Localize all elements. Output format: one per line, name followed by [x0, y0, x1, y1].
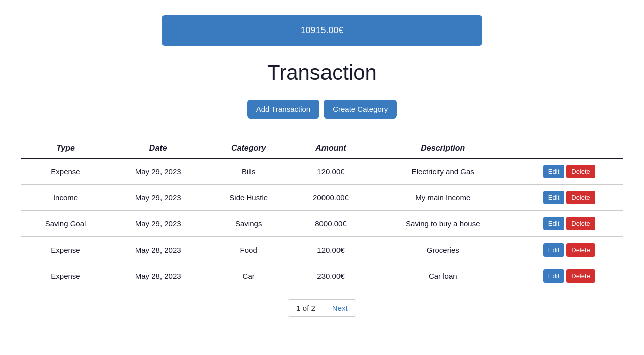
edit-button-0[interactable]: Edit	[543, 165, 564, 178]
cell-type: Income	[21, 185, 110, 211]
edit-button-1[interactable]: Edit	[543, 191, 564, 204]
create-category-button[interactable]: Create Category	[324, 100, 397, 119]
delete-button-2[interactable]: Delete	[566, 217, 595, 230]
pagination: 1 of 2 Next	[288, 299, 356, 317]
col-category: Category	[206, 139, 291, 158]
delete-button-0[interactable]: Delete	[566, 165, 595, 178]
next-button[interactable]: Next	[324, 299, 356, 317]
add-transaction-button[interactable]: Add Transaction	[247, 100, 319, 119]
balance-bar: 10915.00€	[162, 15, 482, 46]
transactions-table: Type Date Category Amount Description Ex…	[21, 139, 623, 289]
cell-description: My main Income	[371, 185, 516, 211]
cell-type: Expense	[21, 158, 110, 185]
balance-value: 10915.00€	[300, 25, 343, 35]
cell-actions: EditDelete	[516, 211, 623, 237]
cell-category: Savings	[206, 211, 291, 237]
col-amount: Amount	[291, 139, 371, 158]
cell-date: May 29, 2023	[110, 211, 206, 237]
cell-description: Car loan	[371, 263, 516, 289]
col-type: Type	[21, 139, 110, 158]
cell-category: Side Hustle	[206, 185, 291, 211]
table-header-row: Type Date Category Amount Description	[21, 139, 623, 158]
cell-amount: 8000.00€	[291, 211, 371, 237]
cell-actions: EditDelete	[516, 237, 623, 263]
table-row: ExpenseMay 29, 2023Bills120.00€Electrici…	[21, 158, 623, 185]
cell-actions: EditDelete	[516, 185, 623, 211]
cell-actions: EditDelete	[516, 158, 623, 185]
cell-type: Saving Goal	[21, 211, 110, 237]
page-title: Transaction	[267, 61, 377, 85]
cell-description: Electricity and Gas	[371, 158, 516, 185]
edit-button-3[interactable]: Edit	[543, 243, 564, 257]
delete-button-3[interactable]: Delete	[566, 243, 595, 257]
cell-type: Expense	[21, 237, 110, 263]
col-actions	[516, 139, 623, 158]
delete-button-4[interactable]: Delete	[566, 269, 595, 283]
table-row: ExpenseMay 28, 2023Food120.00€GroceriesE…	[21, 237, 623, 263]
delete-button-1[interactable]: Delete	[566, 191, 595, 204]
col-date: Date	[110, 139, 206, 158]
cell-date: May 29, 2023	[110, 185, 206, 211]
cell-description: Saving to buy a house	[371, 211, 516, 237]
cell-actions: EditDelete	[516, 263, 623, 289]
table-row: ExpenseMay 28, 2023Car230.00€Car loanEdi…	[21, 263, 623, 289]
cell-amount: 20000.00€	[291, 185, 371, 211]
edit-button-4[interactable]: Edit	[543, 269, 564, 283]
table-row: Saving GoalMay 29, 2023Savings8000.00€Sa…	[21, 211, 623, 237]
cell-amount: 120.00€	[291, 237, 371, 263]
cell-date: May 28, 2023	[110, 263, 206, 289]
cell-amount: 120.00€	[291, 158, 371, 185]
cell-date: May 28, 2023	[110, 237, 206, 263]
cell-category: Car	[206, 263, 291, 289]
edit-button-2[interactable]: Edit	[543, 217, 564, 230]
cell-date: May 29, 2023	[110, 158, 206, 185]
col-description: Description	[371, 139, 516, 158]
cell-description: Groceries	[371, 237, 516, 263]
cell-category: Bills	[206, 158, 291, 185]
cell-type: Expense	[21, 263, 110, 289]
cell-category: Food	[206, 237, 291, 263]
page-info: 1 of 2	[288, 299, 324, 317]
table-row: IncomeMay 29, 2023Side Hustle20000.00€My…	[21, 185, 623, 211]
action-buttons: Add Transaction Create Category	[247, 100, 397, 119]
cell-amount: 230.00€	[291, 263, 371, 289]
